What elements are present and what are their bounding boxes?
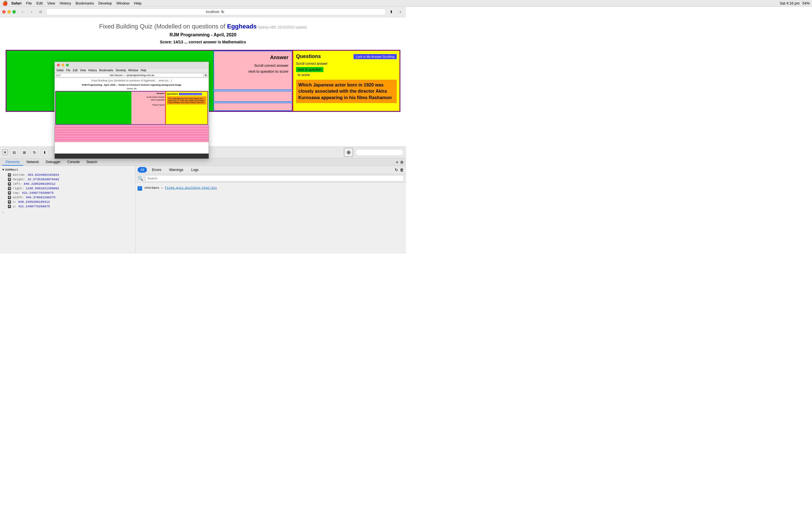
new-tab-button[interactable]: + <box>397 8 404 15</box>
console-entry-text: checkpos — fixed_quiz_building.html:611 <box>144 186 404 189</box>
console-link[interactable]: fixed_quiz_building.html:611 <box>165 186 217 189</box>
preview-forward-btn[interactable]: › <box>58 74 59 77</box>
devtools-elements-panel: ▼ DOMRect N bottom: 453.8234062194824 N … <box>0 166 135 253</box>
devtools-settings-btn[interactable]: ⚙ <box>400 160 404 165</box>
dom-rect-row-height: N height: 32.57352828979492 <box>2 177 133 182</box>
preview-close[interactable] <box>57 64 60 66</box>
preview-answer-header: Answer <box>132 92 165 95</box>
back-button[interactable]: ‹ <box>19 8 26 15</box>
menu-view[interactable]: View <box>47 1 55 5</box>
dom-rect-row-left: N left: 840.2205200195312 <box>2 182 133 186</box>
devtools-icon-3[interactable]: ↻ <box>31 149 38 156</box>
preview-titlebar <box>55 62 209 68</box>
dom-value-x: 840.2205200195312 <box>18 200 50 204</box>
dom-value-width: 346.378662109375 <box>26 196 56 199</box>
reload-button[interactable]: ↻ <box>219 8 226 15</box>
answer-input-2 <box>213 103 292 111</box>
menu-help[interactable]: Help <box>134 1 142 5</box>
dom-value-right: 1186.5991821289062 <box>26 187 59 190</box>
console-tab-logs[interactable]: Logs <box>188 167 201 173</box>
crosshair-button[interactable]: ⊕ <box>344 148 353 157</box>
apple-menu[interactable]: 🍎 <box>2 1 8 6</box>
preview-page-title: Fixed Building Quiz (Modelled on questio… <box>55 78 209 83</box>
preview-maximize[interactable] <box>66 64 69 66</box>
score-btn[interactable]: to score <box>296 72 312 77</box>
devtools-icon-2[interactable]: ⊞ <box>20 149 28 156</box>
devtools-close-button[interactable]: ✕ <box>2 150 8 155</box>
eggheads-link[interactable]: Eggheads <box>227 23 257 30</box>
menu-file[interactable]: File <box>26 1 32 5</box>
question-text: Which Japanese actor born in 1920 was cl… <box>296 80 397 103</box>
dom-n-badge-height: N <box>8 178 11 181</box>
preview-menu-safari: Safari <box>56 69 64 72</box>
dom-n-badge-right: N <box>8 187 11 190</box>
preview-back-btn[interactable]: ‹ <box>56 74 57 77</box>
console-clear-btn[interactable]: 🗑 <box>400 168 404 172</box>
menu-window[interactable]: Window <box>116 1 130 5</box>
console-search-bar: 🔍 <box>135 174 406 183</box>
tab-console[interactable]: Console <box>64 159 83 166</box>
devtools-icon-4[interactable]: ⬇ <box>41 149 49 156</box>
dom-key-height: height: <box>13 178 26 181</box>
console-tab-errors[interactable]: Errors <box>149 167 164 173</box>
answer-input-1[interactable] <box>213 91 292 102</box>
dom-rect-header[interactable]: ▼ DOMRect <box>2 168 133 172</box>
console-f-icon: f <box>138 186 142 191</box>
preview-minimize[interactable] <box>61 64 64 66</box>
questions-header: Questions Lock in My Answer Scrolling <box>296 54 397 59</box>
tab-debugger[interactable]: Debugger <box>42 159 64 166</box>
preview-content: Fixed Building Quiz (Modelled on questio… <box>55 78 209 154</box>
console-tab-all[interactable]: All <box>138 167 147 173</box>
questions-title: Questions <box>296 54 321 59</box>
preview-score: Score: 60 <box>55 87 209 91</box>
traffic-light-maximize[interactable] <box>12 10 16 13</box>
url-text: localhost <box>206 10 219 14</box>
forward-button[interactable]: › <box>28 8 35 15</box>
dom-expand-icon: ▼ <box>2 168 4 172</box>
menu-safari[interactable]: Safari <box>11 1 21 5</box>
dom-key-left: left: <box>13 182 22 186</box>
preview-taskbar <box>55 154 209 159</box>
console-search-input[interactable] <box>146 175 404 181</box>
devtools-plus-btn[interactable]: + <box>396 160 398 165</box>
menu-edit[interactable]: Edit <box>36 1 43 5</box>
share-button[interactable]: ⬆ <box>388 8 395 15</box>
traffic-light-minimize[interactable] <box>7 10 11 13</box>
preview-address-bar[interactable]: Not Secure — cjmprogramming.com.au <box>61 73 204 77</box>
browser-window: ‹ › ⊟ localhost ↻ ⬆ + Fixed Building Qui… <box>0 7 406 253</box>
dom-rect-row-bottom: N bottom: 453.8234062194824 <box>2 173 133 177</box>
preview-window: Safari File Edit View History Bookmarks … <box>54 62 209 159</box>
tab-network[interactable]: Network <box>23 159 42 166</box>
preview-reload-btn[interactable]: ↻ <box>205 74 207 77</box>
tab-search[interactable]: Search <box>83 159 101 166</box>
dom-rect-row-width: N width: 346.378662109375 <box>2 195 133 200</box>
expand-arrow[interactable]: › <box>2 211 4 214</box>
menubar: 🍎 Safari File Edit View History Bookmark… <box>0 0 406 7</box>
console-tab-warnings[interactable]: Warnings <box>166 167 186 173</box>
preview-lock-btn[interactable]: Lock in My Answer Scrolling <box>179 93 202 95</box>
answer-box: Answer Scroll correct answer next to que… <box>213 51 292 90</box>
devtools-search-input[interactable] <box>355 149 404 156</box>
preview-scroll2: next to question <box>132 99 165 101</box>
next-question-btn[interactable]: next to question <box>296 67 323 72</box>
dom-key-width: width: <box>13 196 24 199</box>
sidebar-button[interactable]: ⊟ <box>37 8 44 15</box>
console-separator: — <box>161 186 163 189</box>
console-refresh-btn[interactable]: ↻ <box>395 168 398 172</box>
dom-n-badge-left: N <box>8 182 11 186</box>
preview-menu-bookmarks: Bookmarks <box>99 69 113 72</box>
dom-n-badge-width: N <box>8 196 11 199</box>
devtools-tabs: Elements Network Debugger Console Search… <box>0 158 406 166</box>
devtools-icon-1[interactable]: ⊟ <box>10 149 18 156</box>
lock-button[interactable]: Lock in My Answer Scrolling <box>354 54 397 59</box>
preview-page-subtitle: RJM Programming - April, 2020 ... thanks… <box>55 83 209 87</box>
preview-menu-help: Help <box>140 69 146 72</box>
tab-elements[interactable]: Elements <box>2 159 23 166</box>
address-bar[interactable]: localhost ↻ <box>46 8 386 15</box>
menu-history[interactable]: History <box>59 1 71 5</box>
traffic-light-close[interactable] <box>2 10 6 13</box>
console-header: All Errors Warnings Logs ↻ 🗑 <box>135 166 406 174</box>
dom-key-bottom: bottom: <box>13 173 26 177</box>
menu-develop[interactable]: Develop <box>98 1 112 5</box>
menu-bookmarks[interactable]: Bookmarks <box>75 1 94 5</box>
